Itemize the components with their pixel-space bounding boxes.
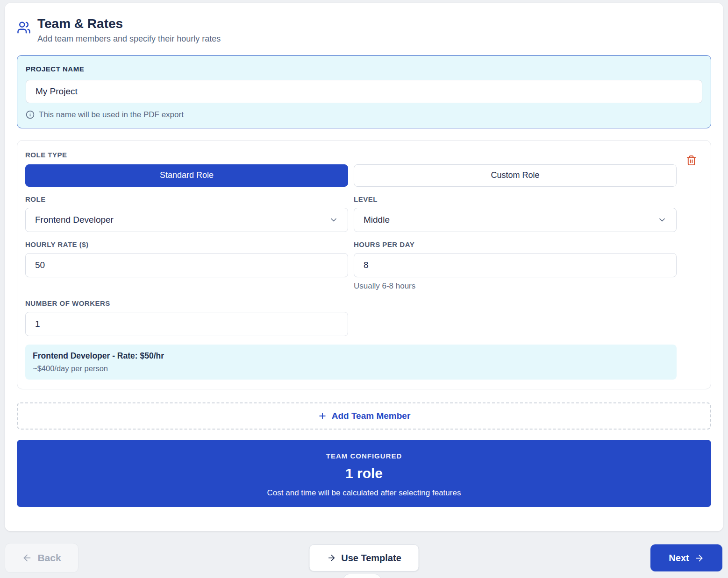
hours-per-day-hint: Usually 6-8 hours [354,282,677,291]
workers-field: NUMBER OF WORKERS [25,299,348,336]
role-summary-subtitle: ~$400/day per person [33,364,669,373]
arrow-right-icon [694,553,704,563]
use-template-button-label: Use Template [341,553,401,564]
project-name-helper-text: This name will be used in the PDF export [39,110,184,120]
hourly-rate-field: HOURLY RATE ($) [25,240,348,291]
trash-icon [686,155,697,166]
level-select-value: Middle [364,215,390,225]
next-button[interactable]: Next [650,544,722,571]
bottom-peek-element[interactable] [343,574,381,578]
standard-role-toggle[interactable]: Standard Role [25,164,348,187]
chevron-down-icon [657,215,667,225]
page-subtitle: Add team members and specify their hourl… [37,34,221,44]
level-field: LEVEL Middle [354,195,677,232]
spacer [354,291,677,336]
users-icon [17,21,31,35]
hours-per-day-field: HOURS PER DAY Usually 6-8 hours [354,240,677,291]
project-name-helper: This name will be used in the PDF export [26,110,702,120]
team-configured-banner: TEAM CONFIGURED 1 role Cost and time wil… [17,440,711,507]
hours-per-day-label: HOURS PER DAY [354,240,677,248]
role-select[interactable]: Frontend Developer [25,208,348,232]
add-team-member-button[interactable]: Add Team Member [17,402,711,430]
banner-subtext: Cost and time will be calculated after s… [17,488,711,498]
project-name-section: PROJECT NAME This name will be used in t… [17,55,711,128]
hourly-rate-input[interactable] [25,253,348,277]
hourly-rate-label: HOURLY RATE ($) [25,240,348,248]
page-title: Team & Rates [37,16,221,32]
role-select-value: Frontend Developer [35,215,114,225]
workers-input[interactable] [25,312,348,336]
role-summary-box: Frontend Developer - Rate: $50/hr ~$400/… [25,345,677,380]
add-team-member-label: Add Team Member [332,411,411,421]
header-text: Team & Rates Add team members and specif… [37,16,221,44]
team-rates-card: Team & Rates Add team members and specif… [5,3,723,531]
arrow-right-icon [327,553,336,563]
chevron-down-icon [329,215,338,225]
plus-icon [318,411,327,421]
role-summary-title: Frontend Developer - Rate: $50/hr [33,351,669,361]
back-button[interactable]: Back [5,543,79,573]
role-type-label: ROLE TYPE [25,151,703,159]
arrow-left-icon [22,553,32,563]
level-label: LEVEL [354,195,677,203]
team-member-card: ROLE TYPE Standard Role Custom Role ROLE… [17,140,711,389]
project-name-label: PROJECT NAME [26,65,702,73]
use-template-button[interactable]: Use Template [309,544,419,571]
info-icon [26,110,35,119]
delete-member-button[interactable] [686,155,697,166]
role-field: ROLE Frontend Developer [25,195,348,232]
role-label: ROLE [25,195,348,203]
level-select[interactable]: Middle [354,208,677,232]
project-name-input[interactable] [26,80,702,103]
next-button-label: Next [669,553,689,564]
hours-per-day-input[interactable] [354,253,677,277]
custom-role-toggle[interactable]: Custom Role [354,164,677,187]
banner-headline: 1 role [17,465,711,481]
banner-eyebrow: TEAM CONFIGURED [17,452,711,460]
workers-label: NUMBER OF WORKERS [25,299,348,307]
back-button-label: Back [37,552,61,564]
card-header: Team & Rates Add team members and specif… [17,16,711,44]
